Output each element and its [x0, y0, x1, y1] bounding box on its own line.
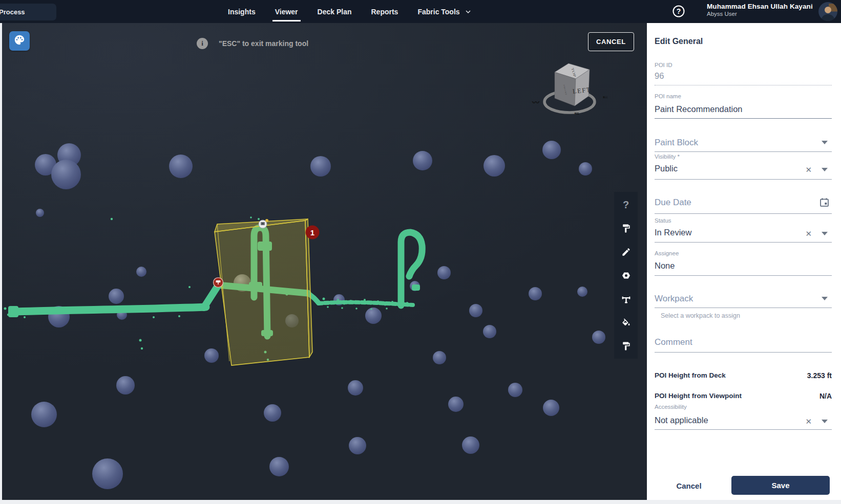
user-menu[interactable]: Muhammad Ehsan Ullah Kayani Abyss User [707, 3, 813, 17]
poi-id-underline [655, 85, 832, 85]
viewer-toolbar: ? [614, 192, 638, 359]
accessibility-label: Accessibility [655, 404, 687, 410]
calendar-icon[interactable] [819, 197, 830, 210]
poi-sphere[interactable] [529, 287, 542, 300]
nav-tab-reports[interactable]: Reports [362, 0, 408, 23]
status-chevron-icon[interactable] [822, 232, 828, 235]
help-icon: ? [623, 199, 629, 211]
top-nav: Process InsightsViewerDeck PlanReportsFa… [0, 0, 841, 23]
poi-sphere[interactable] [264, 404, 281, 422]
nav-cube[interactable]: W S E TOP FRONT LEFT [532, 63, 608, 115]
poi-sphere[interactable] [51, 160, 81, 189]
workpack-underline [655, 308, 832, 308]
visibility-clear-icon[interactable]: ✕ [805, 166, 812, 173]
poi-id-label: POI ID [655, 62, 672, 68]
accessibility-select[interactable]: Not applicable [655, 415, 708, 425]
poi-sphere[interactable] [349, 437, 366, 454]
poi-sphere[interactable] [469, 304, 482, 317]
svg-text:?: ? [677, 7, 681, 15]
height-viewpoint-label: POI Height from Viewpoint [655, 392, 742, 400]
poi-sphere[interactable] [413, 151, 432, 170]
pencil-tool-button[interactable] [614, 240, 638, 264]
save-button[interactable]: Save [731, 476, 830, 495]
status-select[interactable]: In Review [655, 228, 691, 237]
poi-sphere[interactable] [462, 436, 479, 454]
cancel-button[interactable]: Cancel [666, 478, 712, 493]
poi-sphere[interactable] [36, 209, 44, 217]
nut-tool-button[interactable] [614, 264, 638, 287]
paint-tool-button[interactable] [9, 31, 30, 51]
poi-sphere[interactable] [31, 402, 57, 427]
accessibility-chevron-icon[interactable] [822, 420, 828, 423]
paint-roller-tool-button[interactable] [614, 216, 638, 240]
poi-sphere[interactable] [136, 267, 146, 277]
poi-sphere[interactable] [269, 457, 289, 476]
poi-name-label: POI name [655, 93, 681, 99]
poi-count-badge-number: 1 [310, 228, 314, 237]
viewport-3d[interactable]: 1 W S E TOP FRONT LEFT i "ESC" to exit m… [2, 23, 647, 500]
marking-box[interactable] [215, 219, 312, 365]
compass-e-label: E [602, 96, 608, 99]
nav-tab-fabric-tools[interactable]: Fabric Tools [408, 0, 482, 23]
workpack-select[interactable]: Workpack [655, 294, 693, 304]
pipe-t-tool-button[interactable] [614, 287, 638, 311]
poi-sphere[interactable] [109, 289, 124, 304]
assignee-label: Assignee [655, 250, 679, 256]
height-viewpoint-value: N/A [819, 392, 832, 400]
poi-sphere[interactable] [592, 331, 605, 344]
accessibility-clear-icon[interactable]: ✕ [805, 418, 812, 425]
paint-block-underline [655, 151, 832, 152]
marking-cancel-button[interactable]: CANCEL [588, 32, 634, 51]
poi-sphere[interactable] [542, 141, 561, 159]
poi-name-input[interactable]: Paint Recommendation [655, 104, 743, 114]
paint-roller-tool-button[interactable] [614, 334, 638, 358]
status-underline [655, 242, 832, 243]
compass-s-label: S [574, 112, 579, 115]
paint-block-chevron-icon[interactable] [822, 141, 828, 144]
poi-sphere[interactable] [448, 397, 464, 412]
workpack-chevron-icon[interactable] [822, 297, 828, 300]
poi-sphere[interactable] [483, 155, 505, 177]
visibility-chevron-icon[interactable] [822, 168, 828, 171]
assignee-select[interactable]: None [655, 261, 675, 271]
poi-name-underline [655, 118, 832, 119]
poi-sphere[interactable] [543, 400, 559, 416]
paint-bucket-tool-button[interactable] [614, 311, 638, 334]
visibility-select[interactable]: Public [655, 164, 678, 173]
paint-block-select[interactable]: Paint Block [655, 138, 698, 148]
height-deck-value: 3.253 ft [807, 371, 832, 380]
poi-sphere[interactable] [437, 266, 451, 279]
poi-sphere[interactable] [169, 155, 193, 178]
help-button[interactable]: ? [671, 4, 686, 18]
status-clear-icon[interactable]: ✕ [805, 230, 812, 237]
poi-sphere[interactable] [508, 383, 522, 397]
poi-sphere[interactable] [433, 351, 446, 364]
nut-icon [621, 271, 631, 280]
poi-sphere[interactable] [579, 162, 592, 176]
pipe-speckles [4, 216, 415, 361]
poi-sphere[interactable] [310, 156, 331, 177]
project-chip[interactable]: Process [0, 4, 56, 20]
scene-canvas: 1 W S E TOP FRONT LEFT [2, 23, 647, 500]
poi-sphere[interactable] [204, 348, 219, 363]
poi-sphere[interactable] [92, 458, 123, 489]
help-tool-button[interactable]: ? [614, 193, 638, 216]
poi-sphere[interactable] [483, 325, 496, 338]
comment-input[interactable]: Comment [655, 337, 692, 347]
nav-tab-insights[interactable]: Insights [218, 0, 265, 23]
poi-sphere[interactable] [365, 308, 382, 324]
due-date-input[interactable]: Due Date [655, 198, 691, 208]
poi-sphere[interactable] [116, 376, 135, 395]
nav-tab-deck-plan[interactable]: Deck Plan [308, 0, 362, 23]
due-date-underline [655, 213, 832, 214]
pipe-t-icon [621, 294, 631, 304]
pencil-icon [621, 247, 631, 257]
accessibility-underline [655, 429, 832, 430]
poi-sphere[interactable] [577, 287, 587, 297]
panel-title: Edit General [655, 37, 703, 46]
avatar[interactable] [818, 2, 837, 21]
nav-tab-viewer[interactable]: Viewer [265, 0, 308, 23]
palette-icon [14, 34, 25, 48]
poi-sphere[interactable] [348, 380, 363, 396]
info-icon: i [197, 38, 208, 49]
